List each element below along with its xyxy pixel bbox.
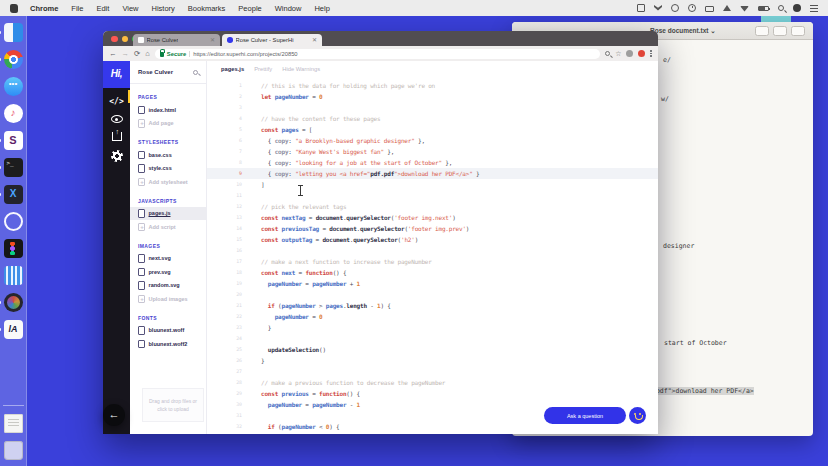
code-line[interactable]: 21 if (pageNumber > pages.length - 1) { <box>207 300 658 311</box>
circle-icon[interactable] <box>671 4 679 12</box>
keyboard-icon[interactable] <box>723 5 731 11</box>
code-line[interactable]: 12// pick the relevant tags <box>207 201 658 212</box>
siri-icon[interactable] <box>793 4 801 12</box>
code-line[interactable]: 28// make a previous function to decreas… <box>207 377 658 388</box>
menu-history[interactable]: History <box>152 4 175 13</box>
dock-item-chrome[interactable] <box>4 50 23 69</box>
code-line[interactable]: 8 { copy: "looking for a job at the star… <box>207 157 658 168</box>
dock-item-clock[interactable] <box>4 212 23 231</box>
dock-item-slack[interactable]: S <box>4 131 23 150</box>
dock-item-photos[interactable] <box>4 293 23 312</box>
apple-icon[interactable] <box>10 4 18 13</box>
code-line[interactable]: 17// make a next function to increase th… <box>207 256 658 267</box>
battery-icon[interactable] <box>758 6 769 11</box>
reload-icon[interactable]: ⟳ <box>134 50 140 58</box>
code-area[interactable]: 1// this is the data for holding which p… <box>207 77 658 434</box>
code-line[interactable]: 22 pageNumber = 0 <box>207 311 658 322</box>
dock-item-stripes[interactable] <box>4 266 23 285</box>
dock-item-typeapp[interactable]: lA <box>4 320 23 339</box>
code-line[interactable]: 2let pageNumber = 0 <box>207 91 658 102</box>
minimize-window-button[interactable] <box>122 36 129 43</box>
menu-bookmarks[interactable]: Bookmarks <box>188 4 226 13</box>
file-item-bluunext.woff2[interactable]: bluunext.woff2 <box>130 337 206 351</box>
toolbar-button[interactable] <box>755 26 769 36</box>
file-item-index.html[interactable]: index.html <box>130 103 206 117</box>
tutorial-back-button[interactable]: ← <box>103 404 125 426</box>
tab-close-icon[interactable]: ✕ <box>210 37 215 43</box>
file-item-bluunext.woff[interactable]: bluunext.woff <box>130 324 206 338</box>
display-mirror-icon[interactable] <box>637 4 645 12</box>
wifi-icon[interactable] <box>740 5 749 12</box>
file-item-base.css[interactable]: base.css <box>130 148 206 162</box>
file-item-pages.js[interactable]: pages.js <box>130 207 206 221</box>
open-file-tab[interactable]: pages.js <box>221 66 244 72</box>
address-bar[interactable]: Secure https://editor.superhi.com/projec… <box>155 49 600 59</box>
menu-window[interactable]: Window <box>275 4 302 13</box>
clock-icon[interactable] <box>688 4 696 12</box>
code-line[interactable]: 13const nextTag = document.querySelector… <box>207 212 658 223</box>
dock-item-figma[interactable] <box>4 239 23 258</box>
code-line[interactable]: 7 { copy: "Kanye West's biggest fan" }, <box>207 146 658 157</box>
back-icon[interactable]: ← <box>109 50 117 58</box>
preview-eye-icon[interactable] <box>111 115 123 123</box>
code-line[interactable]: 15const outputTag = document.querySelect… <box>207 234 658 245</box>
file-item-prev.svg[interactable]: prev.svg <box>130 265 206 279</box>
bookmark-star-icon[interactable]: ☆ <box>615 50 621 57</box>
hide-warnings-button[interactable]: Hide Warnings <box>282 66 320 72</box>
file-item-random.svg[interactable]: random.svg <box>130 279 206 293</box>
code-line[interactable]: 16 <box>207 245 658 256</box>
monitor-icon[interactable] <box>705 6 714 12</box>
code-line[interactable]: 10] <box>207 179 658 190</box>
file-item-add-stylesheet[interactable]: Add stylesheet <box>130 175 206 189</box>
code-line[interactable]: 5const pages = [ <box>207 124 658 135</box>
toolbar-button[interactable] <box>773 26 787 36</box>
code-line[interactable]: 25 updateSelection() <box>207 344 658 355</box>
extension-icon[interactable] <box>626 50 633 57</box>
file-item-style.css[interactable]: style.css <box>130 162 206 176</box>
superhi-logo[interactable]: Hi, <box>103 61 130 88</box>
browser-tab-inactive[interactable]: Rose Culver ✕ <box>133 34 220 47</box>
code-line-active[interactable]: 9 { copy: "letting you <a href="pdf.pdf"… <box>207 168 658 179</box>
menu-help[interactable]: Help <box>314 4 329 13</box>
url-text[interactable]: https://editor.superhi.com/projects/2085… <box>193 51 297 57</box>
code-line[interactable]: 4// have the content for these pages <box>207 113 658 124</box>
code-line[interactable]: 19 pageNumber = pageNumber + 1 <box>207 278 658 289</box>
code-line[interactable]: 26} <box>207 355 658 366</box>
file-item-next.svg[interactable]: next.svg <box>130 252 206 266</box>
dock-item-sketch[interactable]: X <box>4 185 23 204</box>
file-item-add-page[interactable]: Add page <box>130 117 206 131</box>
code-line[interactable]: 20 <box>207 289 658 300</box>
browser-menu-icon[interactable] <box>650 50 652 57</box>
menu-edit[interactable]: Edit <box>96 4 109 13</box>
menu-view[interactable]: View <box>122 4 138 13</box>
browser-tab-active[interactable]: Rose Culver - SuperHi ✕ <box>222 34 322 47</box>
dock-item-itunes[interactable]: ♪ <box>4 104 23 123</box>
code-line[interactable]: 14const previousTag = document.querySele… <box>207 223 658 234</box>
upload-icon[interactable] <box>112 132 122 141</box>
toolbar-button[interactable] <box>791 26 805 36</box>
upload-dropzone[interactable]: Drag and drop files or click to upload <box>142 388 204 422</box>
dock-item-trash[interactable] <box>4 441 23 460</box>
code-line[interactable]: 6 { copy: "a Brooklyn-based graphic desi… <box>207 135 658 146</box>
code-line[interactable]: 3 <box>207 102 658 113</box>
settings-gear-icon[interactable] <box>111 150 123 162</box>
search-icon[interactable] <box>193 70 198 75</box>
menu-chrome[interactable]: Chrome <box>30 4 58 13</box>
code-line[interactable]: 27 <box>207 366 658 377</box>
close-window-button[interactable] <box>111 36 118 43</box>
home-icon[interactable]: ⌂ <box>145 50 150 58</box>
dock-item-finder[interactable] <box>4 23 23 42</box>
dock-item-terminal[interactable]: >_ <box>4 158 23 177</box>
spotlight-icon[interactable] <box>778 5 784 11</box>
dock-item-messages[interactable]: ••• <box>4 77 23 96</box>
code-line[interactable]: 18const next = function() { <box>207 267 658 278</box>
tab-close-icon[interactable]: ✕ <box>312 37 317 43</box>
code-line[interactable]: 1// this is the data for holding which p… <box>207 80 658 91</box>
code-line[interactable]: 24 <box>207 333 658 344</box>
code-line[interactable]: 11 <box>207 190 658 201</box>
search-icon[interactable] <box>605 51 610 56</box>
menu-people[interactable]: People <box>238 4 261 13</box>
menu-file[interactable]: File <box>71 4 83 13</box>
extension-blocker-icon[interactable] <box>638 50 645 57</box>
forward-icon[interactable]: → <box>122 50 130 58</box>
